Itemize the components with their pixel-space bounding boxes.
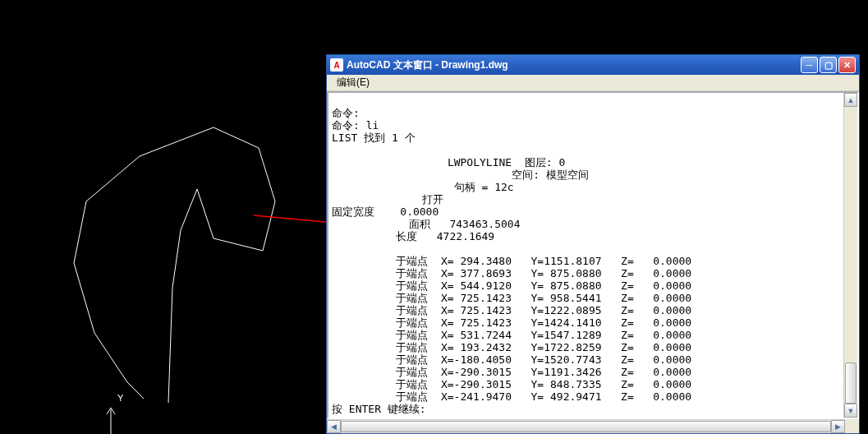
vertex-row: 于端点 X=-241.9470 Y= 492.9471 Z= 0.0000 [332, 390, 691, 403]
scroll-down-button[interactable]: ▼ [844, 404, 857, 418]
cmd-line: 命令: li [332, 119, 379, 132]
vertex-row: 于端点 X= 725.1423 Y=1222.0895 Z= 0.0000 [332, 304, 691, 316]
polyline-shape [49, 123, 304, 419]
entity-space: 空间: 模型空间 [332, 169, 589, 181]
scrollbar-corner [845, 419, 859, 433]
vertex-row: 于端点 X=-290.3015 Y=1191.3426 Z= 0.0000 [332, 366, 691, 378]
terminal-output[interactable]: 命令: 命令: li LIST 找到 1 个 LWPOLYLINE 图层: 0 … [328, 93, 843, 418]
scrollbar-horizontal[interactable]: ◀ ▶ [327, 419, 845, 433]
list-result: LIST 找到 1 个 [332, 132, 416, 144]
ucs-y-label: Y [117, 393, 123, 403]
scroll-track[interactable] [844, 107, 857, 404]
scrollbar-vertical[interactable]: ▲ ▼ [843, 93, 857, 418]
terminal-area: 命令: 命令: li LIST 找到 1 个 LWPOLYLINE 图层: 0 … [327, 91, 859, 419]
minimize-button[interactable]: ─ [801, 57, 818, 73]
vertex-row: 于端点 X= 725.1423 Y= 958.5441 Z= 0.0000 [332, 292, 691, 304]
scroll-right-button[interactable]: ▶ [831, 420, 845, 433]
scroll-left-button[interactable]: ◀ [327, 420, 341, 433]
close-button[interactable]: ✕ [838, 57, 856, 73]
scroll-track-h[interactable] [341, 420, 831, 433]
polyline-path [74, 127, 275, 403]
scroll-thumb-h[interactable] [341, 421, 831, 432]
cmd-line: 命令: [332, 107, 360, 119]
titlebar[interactable]: A AutoCAD 文本窗口 - Drawing1.dwg ─ ▢ ✕ [327, 55, 859, 75]
autocad-text-window: A AutoCAD 文本窗口 - Drawing1.dwg ─ ▢ ✕ 编辑(E… [326, 54, 860, 434]
ucs-y-axis [99, 403, 123, 434]
fixed-width: 固定宽度 0.0000 [332, 205, 439, 218]
menu-edit[interactable]: 编辑(E) [332, 75, 374, 90]
menubar: 编辑(E) [327, 75, 859, 91]
maximize-button[interactable]: ▢ [820, 57, 837, 73]
enter-prompt: 按 ENTER 键继续: [332, 403, 426, 415]
vertex-row: 于端点 X=-180.4050 Y=1520.7743 Z= 0.0000 [332, 353, 691, 366]
vertex-row: 于端点 X= 377.8693 Y= 875.0880 Z= 0.0000 [332, 267, 691, 279]
length-value: 长度 4722.1649 [332, 230, 494, 242]
vertex-row: 于端点 X= 544.9120 Y= 875.0880 Z= 0.0000 [332, 279, 691, 292]
window-title: AutoCAD 文本窗口 - Drawing1.dwg [347, 58, 801, 72]
entity-handle: 句柄 = 12c [332, 181, 514, 193]
app-icon: A [330, 58, 343, 72]
area-value: 面积 743463.5004 [332, 218, 521, 230]
scroll-up-button[interactable]: ▲ [844, 93, 857, 107]
vertex-row: 于端点 X= 294.3480 Y=1151.8107 Z= 0.0000 [332, 255, 691, 267]
scroll-thumb[interactable] [845, 362, 857, 404]
vertex-row: 于端点 X= 193.2432 Y=1722.8259 Z= 0.0000 [332, 341, 691, 353]
vertex-row: 于端点 X=-290.3015 Y= 848.7335 Z= 0.0000 [332, 378, 691, 390]
vertex-row: 于端点 X= 531.7244 Y=1547.1289 Z= 0.0000 [332, 329, 691, 341]
vertex-row: 于端点 X= 725.1423 Y=1424.1410 Z= 0.0000 [332, 316, 691, 329]
entity-type: LWPOLYLINE 图层: 0 [332, 156, 565, 169]
entity-open: 打开 [332, 193, 443, 205]
